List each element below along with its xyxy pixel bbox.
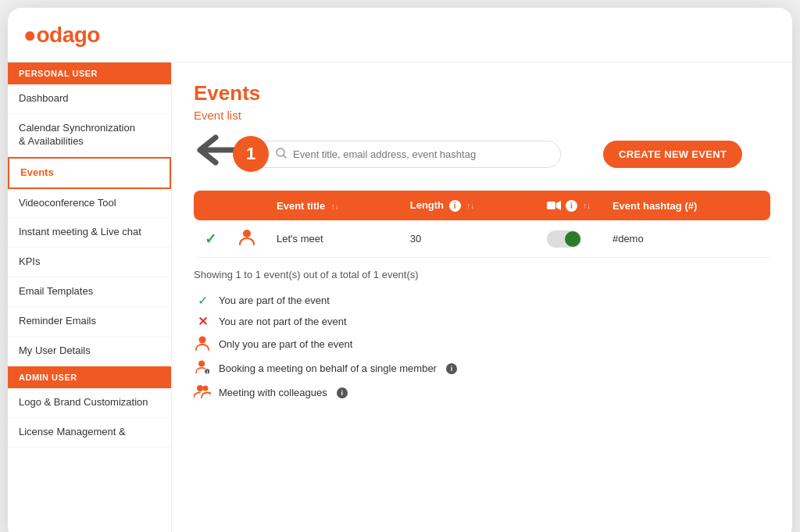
legend-area: ✓ You are part of the event ✕ You are no… bbox=[194, 293, 770, 402]
legend-user-booking-icon: i bbox=[194, 359, 211, 377]
legend-item-user-single: Only you are part of the event bbox=[194, 335, 770, 353]
th-length[interactable]: Length i ↑↓ bbox=[399, 191, 536, 220]
row-video[interactable] bbox=[536, 220, 602, 258]
svg-point-9 bbox=[197, 385, 203, 391]
create-event-button[interactable]: CREATE NEW EVENT bbox=[603, 141, 742, 168]
sort-title-icon[interactable]: ↑↓ bbox=[331, 202, 339, 211]
th-icon bbox=[228, 191, 266, 220]
svg-point-6 bbox=[198, 360, 205, 366]
step-badge: 1 bbox=[233, 136, 269, 172]
sidebar-item-logo-brand[interactable]: Logo & Brand Customization bbox=[8, 388, 171, 418]
row-title[interactable]: Let's meet bbox=[266, 220, 399, 258]
row-status: ✓ bbox=[194, 220, 228, 258]
th-hashtag: Event hashtag (#) bbox=[602, 191, 770, 220]
page-title: Events bbox=[194, 81, 770, 105]
th-event-title[interactable]: Event title ↑↓ bbox=[266, 191, 399, 220]
legend-item-cross: ✕ You are not part of the event bbox=[194, 314, 770, 329]
top-bar: ●odago bbox=[8, 8, 792, 62]
sidebar-section-personal: PERSONAL USER bbox=[8, 62, 171, 84]
sidebar-item-license[interactable]: License Management & bbox=[8, 418, 171, 448]
sidebar-item-reminder-emails[interactable]: Reminder Emails bbox=[8, 307, 171, 337]
table-row: ✓ Let's meet 30 bbox=[194, 220, 770, 258]
svg-point-10 bbox=[203, 386, 209, 391]
booking-info-icon: i bbox=[446, 363, 457, 374]
sort-video-icon[interactable]: ↑↓ bbox=[583, 202, 591, 210]
sidebar-item-email-templates[interactable]: Email Templates bbox=[8, 277, 171, 307]
video-info-icon: i bbox=[566, 200, 577, 212]
legend-users-group-icon bbox=[194, 384, 211, 402]
sidebar-item-kpis[interactable]: KPIs bbox=[8, 248, 171, 277]
length-info-icon: i bbox=[449, 200, 461, 212]
svg-line-1 bbox=[284, 155, 286, 158]
status-check-icon: ✓ bbox=[205, 231, 216, 247]
svg-point-4 bbox=[243, 230, 251, 237]
legend-cross-icon: ✕ bbox=[194, 314, 211, 329]
legend-item-user-booking: i Booking a meeting on behalf of a singl… bbox=[194, 359, 770, 377]
user-icon bbox=[239, 233, 255, 248]
sidebar: PERSONAL USER Dashboard Calendar Synchro… bbox=[8, 62, 172, 532]
video-toggle[interactable] bbox=[547, 230, 581, 248]
row-length: 30 bbox=[399, 220, 536, 258]
events-table: Event title ↑↓ Length i ↑↓ i bbox=[194, 191, 770, 258]
showing-text: Showing 1 to 1 event(s) out of a total o… bbox=[194, 269, 770, 280]
search-row: 1 CREATE NEW EVENT bbox=[194, 133, 770, 175]
app-logo: ●odago bbox=[23, 23, 100, 48]
legend-user-single-icon bbox=[194, 335, 211, 353]
row-hashtag: #demo bbox=[602, 220, 770, 258]
legend-check-icon: ✓ bbox=[194, 293, 211, 308]
main-layout: PERSONAL USER Dashboard Calendar Synchro… bbox=[8, 62, 792, 532]
th-status bbox=[194, 191, 228, 220]
sort-length-icon[interactable]: ↑↓ bbox=[466, 202, 474, 210]
svg-marker-3 bbox=[556, 201, 561, 210]
sidebar-item-user-details[interactable]: My User Details bbox=[8, 337, 171, 366]
svg-rect-2 bbox=[547, 202, 555, 209]
sidebar-item-dashboard[interactable]: Dashboard bbox=[8, 84, 171, 114]
svg-text:i: i bbox=[206, 370, 208, 375]
app-container: ●odago PERSONAL USER Dashboard Calendar … bbox=[8, 8, 792, 532]
search-icon bbox=[276, 148, 287, 161]
sidebar-section-admin: ADMIN USER bbox=[8, 366, 171, 388]
search-box bbox=[233, 141, 561, 168]
th-video[interactable]: i ↑↓ bbox=[536, 191, 602, 220]
legend-item-users-group: Meeting with colleagues i bbox=[194, 384, 770, 402]
legend-item-check: ✓ You are part of the event bbox=[194, 293, 770, 308]
colleagues-info-icon: i bbox=[337, 387, 348, 398]
sidebar-item-videoconference[interactable]: Videoconference Tool bbox=[8, 189, 171, 219]
sidebar-item-events[interactable]: Events bbox=[8, 157, 171, 189]
section-subtitle: Event list bbox=[194, 109, 770, 122]
content-area: Events Event list 1 bbox=[172, 62, 792, 532]
search-input[interactable] bbox=[293, 148, 548, 160]
svg-point-5 bbox=[199, 337, 206, 344]
row-user-icon bbox=[228, 220, 266, 258]
sidebar-item-instant-meeting[interactable]: Instant meeting & Live chat bbox=[8, 218, 171, 248]
sidebar-item-calendar[interactable]: Calendar Synchronization& Availabilities bbox=[8, 114, 171, 157]
